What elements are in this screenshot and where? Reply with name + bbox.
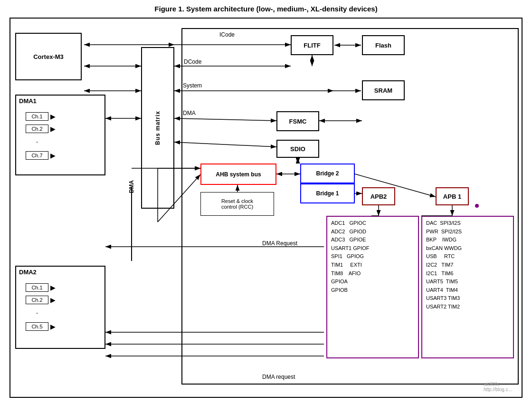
ahb-system-bus-box: AHB system bus <box>200 164 276 185</box>
sram-box: SRAM <box>362 80 405 100</box>
dma1-ch2: Ch.2 ▶ <box>26 125 56 133</box>
apb2-peripherals-content: ADC1 GPIOC ADC2 GPIOD ADC3 GPIOE USART1 … <box>327 217 418 297</box>
fsmc-box: FSMC <box>276 111 319 131</box>
dma1-title: DMA1 <box>16 96 104 106</box>
dma2-ch1: Ch.1 ▶ <box>26 283 56 292</box>
apb1-peripherals-content: DAC SPI3/I2S PWR SPI2/I2S BKP IWDG bxCAN… <box>422 217 513 314</box>
dma1-ch7: Ch.7 ▶ <box>26 151 56 160</box>
apb1-box: APB 1 <box>436 187 469 205</box>
dma1-ch7-arrow: ▶ <box>50 152 56 159</box>
flitf-box: FLITF <box>291 35 333 55</box>
diagram-area: Cortex-M3 DMA1 Ch.1 ▶ Ch.2 ▶ · Ch.7 ▶ <box>10 18 522 398</box>
dma1-channels: Ch.1 ▶ Ch.2 ▶ · Ch.7 ▶ <box>26 112 56 164</box>
dma2-box: DMA2 Ch.1 ▶ Ch.2 ▶ · Ch.5 ▶ <box>15 266 105 349</box>
dma2-ch2-box: Ch.2 <box>26 296 48 304</box>
watermark: aiit300chttp://blog.c... <box>484 382 512 392</box>
figure-title: Figure 1. System architecture (low-, med… <box>5 5 527 13</box>
dma2-ch-dot: · <box>26 308 56 318</box>
dma1-ch-dot: · <box>26 137 56 147</box>
dma2-ch5: Ch.5 ▶ <box>26 322 56 331</box>
dma2-channels: Ch.1 ▶ Ch.2 ▶ · Ch.5 ▶ <box>26 283 56 335</box>
apb2-peripherals-box: ADC1 GPIOC ADC2 GPIOD ADC3 GPIOE USART1 … <box>326 216 419 358</box>
bridge2-label: Bridge 2 <box>316 170 339 177</box>
apb2-box: APB2 <box>362 187 395 205</box>
cortex-m3-box: Cortex-M3 <box>15 33 82 80</box>
watermark-text: aiit300chttp://blog.c... <box>484 382 512 392</box>
flash-label: Flash <box>375 42 391 49</box>
dma2-ch2-arrow: ▶ <box>50 296 56 304</box>
dma1-ch7-box: Ch.7 <box>26 151 48 160</box>
dma1-ch1-box: Ch.1 <box>26 112 48 121</box>
sram-label: SRAM <box>374 87 392 94</box>
dma2-title: DMA2 <box>16 267 104 278</box>
dma2-ch2: Ch.2 ▶ <box>26 296 56 304</box>
bus-matrix-label: Bus matrix <box>154 111 161 145</box>
dma2-ch1-box: Ch.1 <box>26 283 48 292</box>
bridge1-box: Bridge 1 <box>300 183 355 203</box>
dma2-ch5-arrow: ▶ <box>50 323 56 330</box>
dma-vertical-label: DMA <box>128 180 135 193</box>
dma1-ch1: Ch.1 ▶ <box>26 112 56 121</box>
rcc-box: Reset & clockcontrol (RCC) <box>200 192 274 216</box>
page-container: Figure 1. System architecture (low-, med… <box>0 0 532 414</box>
bus-matrix-box: Bus matrix <box>141 47 174 209</box>
dma2-dot-box: · <box>26 308 48 318</box>
dma1-ch2-arrow: ▶ <box>50 125 56 133</box>
cortex-m3-label: Cortex-M3 <box>33 53 64 60</box>
apb1-peripherals-box: DAC SPI3/I2S PWR SPI2/I2S BKP IWDG bxCAN… <box>421 216 514 358</box>
bridge1-label: Bridge 1 <box>316 190 339 197</box>
apb2-label: APB2 <box>370 193 387 200</box>
flitf-label: FLITF <box>304 42 320 49</box>
sdio-box: SDIO <box>276 140 319 158</box>
fsmc-label: FSMC <box>289 118 307 125</box>
bridge2-box: Bridge 2 <box>300 164 355 183</box>
sdio-label: SDIO <box>290 145 305 153</box>
dma1-dot-box: · <box>26 137 48 147</box>
dma1-ch1-arrow: ▶ <box>50 113 56 120</box>
dma1-box: DMA1 Ch.1 ▶ Ch.2 ▶ · Ch.7 ▶ <box>15 95 105 175</box>
purple-dot <box>475 204 479 208</box>
flash-box: Flash <box>362 35 405 55</box>
dma1-ch2-box: Ch.2 <box>26 125 48 133</box>
dma2-ch5-box: Ch.5 <box>26 322 48 331</box>
dma2-ch1-arrow: ▶ <box>50 284 56 291</box>
apb1-label: APB 1 <box>443 193 461 200</box>
rcc-label: Reset & clockcontrol (RCC) <box>221 198 253 210</box>
ahb-system-bus-label: AHB system bus <box>216 171 261 178</box>
